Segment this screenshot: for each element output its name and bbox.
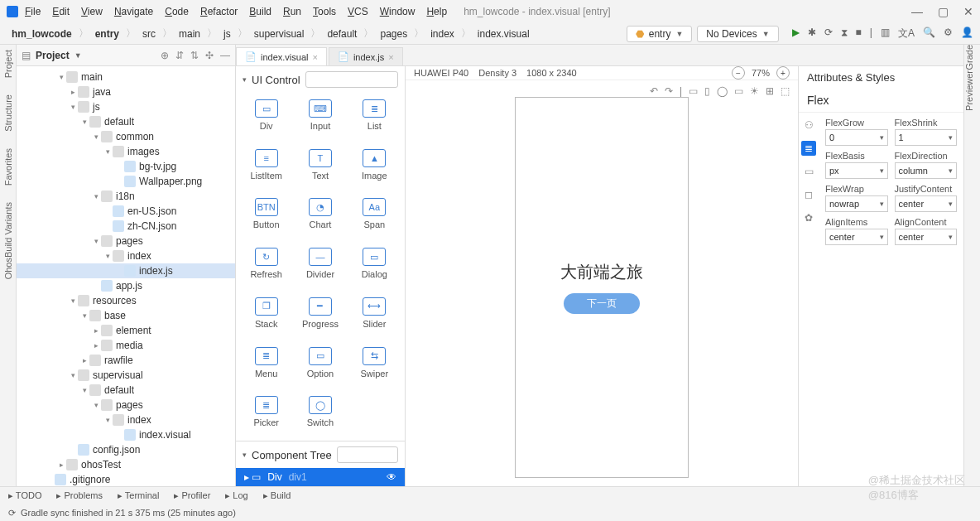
maximize-icon[interactable]: ▢	[938, 5, 949, 18]
tree-folder[interactable]: ▾i18n	[17, 189, 235, 204]
breadcrumb-item[interactable]: hm_lowcode	[7, 27, 77, 41]
palette-stack[interactable]: ❐Stack	[239, 294, 293, 339]
run-icon[interactable]: ▶	[792, 27, 800, 41]
sun-icon[interactable]: ☀	[750, 85, 759, 97]
attr-tab-flex[interactable]: ≣	[801, 141, 816, 156]
palette-swiper[interactable]: ⇆Swiper	[348, 344, 401, 388]
breadcrumb-item[interactable]: js	[219, 27, 236, 41]
cube-icon[interactable]: ⬚	[781, 85, 790, 97]
attr-input-justifycontent[interactable]: center▾	[895, 195, 958, 212]
tree-file[interactable]: Wallpaper.png	[17, 174, 235, 189]
zoom-out-button[interactable]: −	[732, 66, 745, 80]
collapse-icon[interactable]: ▾	[243, 75, 247, 84]
side-tab-project[interactable]: Project	[3, 50, 13, 78]
breadcrumb-item[interactable]: pages	[375, 27, 412, 41]
tree-folder[interactable]: ▾default	[17, 383, 235, 398]
tool-problems[interactable]: ▸ Problems	[56, 490, 103, 501]
palette-chart[interactable]: ◔Chart	[293, 195, 347, 239]
tree-file[interactable]: bg-tv.jpg	[17, 159, 235, 174]
editor-tab[interactable]: 📄index.visual×	[236, 47, 327, 65]
visibility-icon[interactable]: 👁	[387, 471, 396, 483]
palette-dialog[interactable]: ▭Dialog	[348, 244, 401, 289]
tool-profiler[interactable]: ▸ Profiler	[174, 490, 210, 501]
device-selector[interactable]: No Devices ▼	[697, 26, 778, 42]
tool-terminal[interactable]: ▸ Terminal	[118, 490, 159, 501]
menu-help[interactable]: Help	[426, 6, 447, 17]
tree-folder[interactable]: ▸media	[17, 338, 235, 353]
tree-file[interactable]: index.visual	[17, 427, 235, 442]
close-tab-icon[interactable]: ×	[388, 52, 393, 62]
tree-folder[interactable]: ▾resources	[17, 293, 235, 308]
menu-file[interactable]: File	[25, 6, 41, 17]
tablet-icon[interactable]: ▯	[704, 85, 710, 97]
tree-file[interactable]: zh-CN.json	[17, 219, 235, 234]
tree-folder[interactable]: ▾main	[17, 70, 235, 84]
palette-div[interactable]: ▭Div	[239, 96, 293, 141]
attr-tab-general[interactable]: ⚇	[801, 118, 816, 133]
debug-icon[interactable]: ✱	[808, 27, 816, 41]
tool-build[interactable]: ▸ Build	[263, 490, 291, 501]
attr-input-flexgrow[interactable]: 0▾	[825, 129, 888, 146]
palette-listitem[interactable]: ≡ListItem	[239, 146, 293, 191]
side-tab-favorites[interactable]: Favorites	[3, 148, 13, 186]
palette-input[interactable]: ⌨Input	[293, 96, 347, 141]
breadcrumb-item[interactable]: supervisual	[249, 27, 310, 41]
editor-tab[interactable]: 📄index.js×	[329, 47, 403, 65]
attr-input-alignitems[interactable]: center▾	[825, 229, 888, 245]
tool-todo[interactable]: ▸ TODO	[8, 490, 41, 501]
minimize-icon[interactable]: —	[911, 5, 923, 18]
palette-switch[interactable]: ◯Switch	[293, 393, 347, 437]
breadcrumb-item[interactable]: index.visual	[473, 27, 535, 41]
tree-folder[interactable]: ▸ohosTest	[17, 457, 235, 472]
tree-folder[interactable]: ▾base	[17, 308, 235, 323]
palette-list[interactable]: ≣List	[348, 96, 401, 141]
attr-tab-other[interactable]: ✿	[801, 210, 816, 225]
component-tree-item[interactable]: ▸ ▭ Div div1 👁	[236, 468, 405, 486]
palette-menu[interactable]: ≣Menu	[239, 344, 293, 388]
tree-file[interactable]: .gitignore	[17, 472, 235, 486]
redo-icon[interactable]: ↷	[665, 85, 673, 97]
tree-folder[interactable]: ▾index	[17, 412, 235, 427]
breadcrumb-item[interactable]: main	[174, 27, 205, 41]
project-tree[interactable]: ▾main▸java▾js▾default▾common▾imagesbg-tv…	[17, 66, 235, 486]
breadcrumb-item[interactable]: entry	[90, 27, 124, 41]
tree-folder[interactable]: ▾common	[17, 129, 235, 144]
tree-folder[interactable]: ▾default	[17, 114, 235, 129]
tree-folder[interactable]: ▾supervisual	[17, 368, 235, 383]
menu-refactor[interactable]: Refactor	[200, 6, 238, 17]
close-icon[interactable]: ✕	[963, 5, 973, 18]
coverage-icon[interactable]: ⟳	[824, 27, 833, 41]
tree-file[interactable]: en-US.json	[17, 204, 235, 219]
target-icon[interactable]: ⊕	[161, 50, 169, 61]
avatar-icon[interactable]: 👤	[961, 27, 973, 41]
collapse-icon[interactable]: ▾	[243, 451, 247, 459]
menu-build[interactable]: Build	[249, 6, 271, 17]
expand-icon[interactable]: ⇵	[175, 50, 184, 61]
translate-icon[interactable]: 文A	[898, 27, 915, 41]
side-tab-previewer[interactable]: Previewer	[964, 70, 974, 111]
tree-folder[interactable]: ▾pages	[17, 234, 235, 248]
menu-run[interactable]: Run	[283, 6, 301, 17]
undo-icon[interactable]: ↶	[650, 85, 658, 97]
tree-folder[interactable]: ▾pages	[17, 398, 235, 412]
stop-icon[interactable]: ■	[856, 27, 862, 41]
breadcrumb-item[interactable]: index	[425, 27, 459, 41]
device-icon[interactable]: ▭	[689, 85, 698, 97]
attr-tab-feature[interactable]: ▭	[801, 164, 816, 179]
palette-text[interactable]: TText	[293, 146, 347, 191]
gear-icon[interactable]: ✣	[205, 50, 214, 61]
menu-vcs[interactable]: VCS	[348, 6, 368, 17]
attr-input-flexbasis[interactable]: px▾	[825, 162, 888, 179]
tree-search-input[interactable]	[337, 446, 398, 463]
menu-code[interactable]: Code	[165, 6, 189, 17]
palette-option[interactable]: ▭Option	[293, 344, 347, 388]
palette-divider[interactable]: —Divider	[293, 244, 347, 289]
side-tab-structure[interactable]: Structure	[3, 94, 13, 132]
menu-edit[interactable]: Edit	[52, 6, 70, 17]
tree-folder[interactable]: ▸element	[17, 323, 235, 338]
breadcrumb-item[interactable]: src	[137, 27, 161, 41]
palette-progress[interactable]: ━Progress	[293, 294, 347, 339]
hide-icon[interactable]: —	[220, 50, 230, 61]
project-structure-icon[interactable]: ▥	[881, 27, 890, 41]
profile-icon[interactable]: ⧗	[841, 27, 848, 41]
